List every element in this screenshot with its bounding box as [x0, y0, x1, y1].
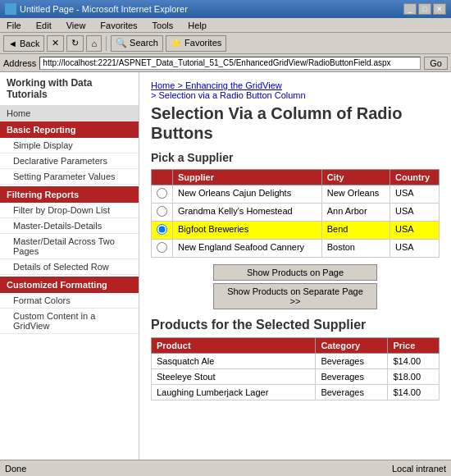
toolbar-separator [106, 36, 107, 51]
supplier-city-3: Boston [321, 240, 390, 258]
minimize-button[interactable]: _ [403, 3, 417, 15]
menu-favorites[interactable]: Favorites [97, 20, 140, 31]
window-controls[interactable]: _ □ ✕ [403, 3, 446, 15]
table-row-selected: Bigfoot Breweries Bend USA [152, 222, 440, 240]
supplier-table-header-city: City [321, 170, 390, 185]
content-area: Working with Data Tutorials Home Basic R… [0, 72, 451, 460]
menu-tools[interactable]: Tools [149, 20, 177, 31]
sidebar-item-simple-display[interactable]: Simple Display [0, 138, 139, 153]
radio-row-1[interactable] [157, 206, 167, 217]
supplier-country-1: USA [390, 204, 439, 222]
supplier-section-heading: Pick a Supplier [151, 151, 440, 164]
close-button[interactable]: ✕ [433, 3, 446, 15]
breadcrumb: Home > Enhancing the GridView > Selectio… [151, 80, 440, 100]
product-row: Sasquatch Ale Beverages $14.00 [152, 354, 440, 369]
supplier-country-3: USA [390, 240, 439, 258]
supplier-city-2: Bend [321, 222, 390, 240]
supplier-table-header-country: Country [390, 170, 439, 185]
supplier-city-1: Ann Arbor [321, 204, 390, 222]
product-name-2: Laughing Lumberjack Lager [152, 385, 316, 400]
table-row: New England Seafood Cannery Boston USA [152, 240, 440, 258]
supplier-name-3: New England Seafood Cannery [173, 240, 322, 258]
product-price-1: $18.00 [388, 369, 440, 385]
breadcrumb-link[interactable]: Home > Enhancing the GridView [151, 80, 282, 90]
favorites-button[interactable]: ⭐ Favorites [166, 35, 226, 52]
back-button[interactable]: ◄ Back [3, 35, 44, 52]
sidebar-item-format-colors[interactable]: Format Colors [0, 293, 139, 309]
product-name-1: Steeleye Stout [152, 369, 316, 385]
sidebar-item-setting-parameter-values[interactable]: Setting Parameter Values [0, 169, 139, 185]
supplier-city-0: New Orleans [321, 185, 390, 204]
address-label: Address [3, 58, 36, 68]
product-row: Steeleye Stout Beverages $18.00 [152, 369, 440, 385]
page-title: Selection Via a Column of Radio Buttons [151, 103, 440, 143]
sidebar-item-master-details[interactable]: Master-Details-Details [0, 218, 139, 234]
supplier-table-header-supplier: Supplier [173, 170, 322, 185]
action-buttons: Show Products on Page Show Products on S… [151, 264, 440, 309]
supplier-country-0: USA [390, 185, 439, 204]
product-category-1: Beverages [316, 369, 388, 385]
product-price-0: $14.00 [388, 354, 440, 369]
product-row: Laughing Lumberjack Lager Beverages $14.… [152, 385, 440, 400]
sidebar-section-basic-reporting[interactable]: Basic Reporting [0, 121, 139, 138]
sidebar-item-home[interactable]: Home [0, 106, 139, 121]
sidebar-item-filter-dropdown[interactable]: Filter by Drop-Down List [0, 203, 139, 218]
title-bar: Untitled Page - Microsoft Internet Explo… [0, 0, 451, 18]
maximize-button[interactable]: □ [418, 3, 431, 15]
address-bar: Address Go [0, 54, 451, 72]
menu-edit[interactable]: Edit [33, 20, 55, 31]
supplier-table-header-radio [152, 170, 173, 185]
menu-view[interactable]: View [63, 20, 89, 31]
radio-row-0[interactable] [157, 188, 167, 199]
sidebar: Working with Data Tutorials Home Basic R… [0, 72, 139, 460]
products-section-heading: Products for the Selected Supplier [151, 318, 440, 332]
products-header-product: Product [152, 338, 316, 354]
sidebar-section-customized-formatting[interactable]: Customized Formatting [0, 277, 139, 293]
go-button[interactable]: Go [424, 57, 448, 70]
menu-help[interactable]: Help [184, 20, 210, 31]
show-products-page-button[interactable]: Show Products on Page [213, 264, 377, 281]
show-products-separate-button[interactable]: Show Products on Separate Page >> [213, 283, 377, 309]
breadcrumb-current: > Selection via a Radio Button Column [151, 90, 306, 100]
sidebar-item-custom-content-gridview[interactable]: Custom Content in a GridView [0, 309, 139, 334]
main-panel: Home > Enhancing the GridView > Selectio… [139, 72, 451, 460]
stop-button[interactable]: ✕ [47, 35, 64, 52]
product-price-2: $14.00 [388, 385, 440, 400]
menu-file[interactable]: File [3, 20, 25, 31]
status-right: Local intranet [392, 464, 446, 474]
table-row: New Orleans Cajun Delights New Orleans U… [152, 185, 440, 204]
products-header-price: Price [388, 338, 440, 354]
status-bar: Done Local intranet [0, 460, 451, 476]
home-button[interactable]: ⌂ [86, 35, 102, 52]
sidebar-section-filtering-reports[interactable]: Filtering Reports [0, 186, 139, 203]
product-name-0: Sasquatch Ale [152, 354, 316, 369]
supplier-name-0: New Orleans Cajun Delights [173, 185, 322, 204]
supplier-name-1: Grandma Kelly's Homestead [173, 204, 322, 222]
table-row: Grandma Kelly's Homestead Ann Arbor USA [152, 204, 440, 222]
toolbar: ◄ Back ✕ ↻ ⌂ 🔍 Search ⭐ Favorites [0, 33, 451, 54]
sidebar-item-master-detail-two-pages[interactable]: Master/Detail Across Two Pages [0, 234, 139, 259]
supplier-name-2: Bigfoot Breweries [173, 222, 322, 240]
site-title: Working with Data Tutorials [0, 72, 139, 106]
products-table: Product Category Price Sasquatch Ale Bev… [151, 337, 440, 400]
sidebar-item-declarative-parameters[interactable]: Declarative Parameters [0, 153, 139, 169]
product-category-2: Beverages [316, 385, 388, 400]
sidebar-item-details-selected-row[interactable]: Details of Selected Row [0, 259, 139, 275]
window-icon [5, 3, 16, 15]
supplier-table: Supplier City Country New Orleans Cajun … [151, 169, 440, 258]
refresh-button[interactable]: ↻ [66, 35, 84, 52]
address-input[interactable] [39, 57, 421, 70]
supplier-country-2: USA [390, 222, 439, 240]
radio-row-3[interactable] [157, 242, 167, 253]
status-left: Done [5, 464, 26, 474]
search-button[interactable]: 🔍 Search [111, 35, 163, 52]
radio-row-2[interactable] [157, 224, 167, 235]
product-category-0: Beverages [316, 354, 388, 369]
window-title: Untitled Page - Microsoft Internet Explo… [20, 4, 188, 14]
menu-bar: File Edit View Favorites Tools Help [0, 18, 451, 33]
products-header-category: Category [316, 338, 388, 354]
